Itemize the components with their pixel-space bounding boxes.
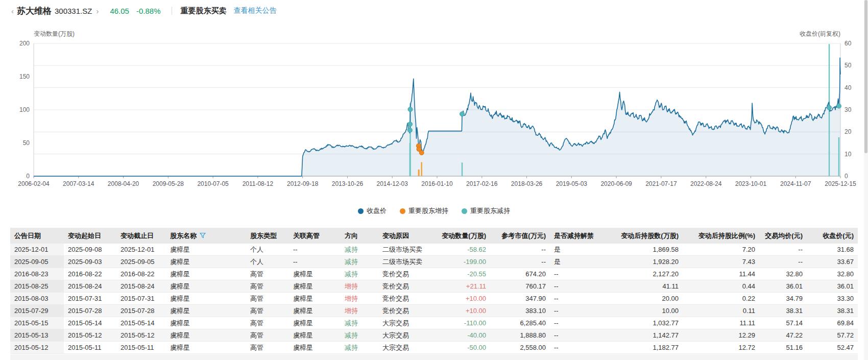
table-cell: 大宗交易	[378, 329, 435, 342]
table-row[interactable]: 2025-12-012025-09-082025-12-01虞樟星个人--减持二…	[10, 244, 858, 256]
table-cell: --	[550, 317, 611, 329]
table-cell: 33.30	[807, 293, 858, 305]
right-axis-tick: 30	[845, 106, 852, 113]
table-cell: 51.16	[759, 342, 807, 354]
table-cell: 大宗交易	[378, 317, 435, 329]
table-cell: -40.00	[435, 329, 490, 342]
x-axis-tick: 2025-12-15	[825, 180, 856, 187]
col-header-label: 收盘价(元)	[823, 232, 854, 239]
x-axis-tick: 2010-07-05	[197, 180, 229, 187]
table-row[interactable]: 2016-08-232016-08-222016-08-22虞樟星高管虞樟星减持…	[10, 268, 858, 280]
table-cell: --	[490, 256, 550, 268]
table-cell: 2025-12-01	[10, 244, 64, 256]
left-axis-tick: 150	[19, 73, 30, 80]
forward-chevron-icon[interactable]: ›	[94, 7, 101, 15]
table-cell: 虞樟星	[166, 293, 246, 305]
table-cell: 减持	[341, 244, 378, 256]
legend-item-increase[interactable]: 重要股东增持	[400, 206, 448, 215]
col-header-2: 变动截止日	[116, 228, 166, 244]
table-cell: 虞樟星	[166, 329, 246, 342]
right-axis-tick: 60	[845, 40, 852, 47]
back-chevron-icon[interactable]: ‹	[9, 7, 16, 15]
table-cell: --	[550, 293, 611, 305]
table-cell: 2015-07-29	[10, 305, 64, 317]
table-cell: -199.00	[435, 256, 490, 268]
table-cell: +10.00	[435, 293, 490, 305]
decrease-event-marker[interactable]	[408, 107, 413, 112]
table-cell: 减持	[341, 329, 378, 342]
view-announcements-link[interactable]: 查看相关公告	[233, 6, 276, 15]
x-axis-tick: 2008-04-20	[108, 180, 139, 187]
left-axis-tick: 0	[26, 173, 30, 180]
chart-legend: 收盘价重要股东增持重要股东减持	[0, 206, 868, 215]
legend-dot-close-price	[358, 208, 364, 214]
decrease-event-marker[interactable]	[827, 105, 832, 110]
table-row[interactable]: 2025-09-052025-09-032025-09-05虞樟星个人--减持二…	[10, 256, 858, 268]
table-cell: 大宗交易	[378, 342, 435, 354]
table-row[interactable]: 2015-08-252015-08-242015-08-24虞樟星高管虞樟星增持…	[10, 280, 858, 293]
table-cell: 52.47	[807, 342, 858, 354]
table-cell: 57.72	[807, 329, 858, 342]
table-header-row: 公告日期变动起始日变动截止日股东名称股东类型关联高管方向变动原因变动数量(万股)…	[10, 228, 858, 244]
decrease-event-marker[interactable]	[460, 112, 465, 116]
table-cell: --	[490, 244, 550, 256]
decrease-volume-bar[interactable]	[838, 137, 839, 176]
table-row[interactable]: 2015-08-032015-07-312015-07-31虞樟星高管虞樟星增持…	[10, 293, 858, 305]
table-cell: 个人	[246, 244, 289, 256]
table-cell: 1,928.20	[611, 256, 683, 268]
col-header-label: 股东类型	[250, 232, 277, 239]
legend-item-close-price[interactable]: 收盘价	[358, 206, 387, 215]
col-header-0: 公告日期	[10, 228, 64, 244]
table-row[interactable]: 2015-05-132015-05-122015-05-12虞樟星高管虞樟星减持…	[10, 329, 858, 342]
table-cell: 减持	[341, 268, 378, 280]
increase-event-marker[interactable]	[419, 151, 424, 155]
table-cell: 32.80	[759, 268, 807, 280]
table-cell: 竞价交易	[378, 268, 435, 280]
table-row[interactable]: 2015-05-122015-05-112015-05-11虞樟星高管虞樟星减持…	[10, 342, 858, 354]
table-cell: -50.00	[435, 342, 490, 354]
decrease-event-marker[interactable]	[836, 104, 841, 108]
filter-icon[interactable]	[200, 232, 206, 238]
x-axis-tick: 2016-01-10	[421, 180, 453, 187]
table-cell: 2015-08-24	[116, 280, 166, 293]
table-row[interactable]: 2015-07-292015-07-282015-07-28虞樟星高管虞樟星增持…	[10, 305, 858, 317]
x-axis-tick: 2018-03-26	[511, 180, 543, 187]
increase-volume-bar[interactable]	[421, 162, 422, 176]
table-cell: 2015-05-12	[64, 329, 116, 342]
table-cell: 虞樟星	[166, 317, 246, 329]
table-cell: 1,032.77	[611, 317, 683, 329]
right-axis-tick: 50	[845, 62, 852, 69]
table-cell: 7.20	[683, 244, 759, 256]
table-cell: 38.31	[807, 305, 858, 317]
table-cell: 36.01	[759, 280, 807, 293]
table-cell: 2015-08-24	[64, 280, 116, 293]
scrollbar-thumb[interactable]	[864, 0, 867, 153]
col-header-label: 变动原因	[382, 232, 409, 239]
shareholder-table: 公告日期变动起始日变动截止日股东名称股东类型关联高管方向变动原因变动数量(万股)…	[10, 228, 858, 354]
partial-row	[10, 354, 858, 360]
table-cell: 是	[550, 244, 611, 256]
decrease-volume-bar[interactable]	[462, 162, 463, 176]
table-cell: 1,869.58	[611, 244, 683, 256]
col-header-label: 变动起始日	[68, 232, 101, 239]
legend-item-decrease[interactable]: 重要股东减持	[462, 206, 510, 215]
table-row[interactable]: 2015-05-152015-05-142015-05-14虞樟星高管虞樟星减持…	[10, 317, 858, 329]
decrease-event-marker[interactable]	[408, 122, 413, 127]
page-scrollbar[interactable]	[864, 0, 868, 360]
table-cell: 虞樟星	[289, 342, 341, 354]
increase-volume-bar[interactable]	[418, 170, 419, 176]
x-axis-tick: 2012-09-18	[287, 180, 319, 187]
table-cell: --	[550, 342, 611, 354]
price-area	[34, 58, 840, 176]
table-cell: 2016-08-22	[64, 268, 116, 280]
table-cell: 2,558.00	[490, 342, 550, 354]
table-cell: 12.29	[683, 329, 759, 342]
decrease-event-marker[interactable]	[407, 128, 412, 132]
table-cell: 41.11	[611, 280, 683, 293]
table-cell: --	[289, 244, 341, 256]
col-header-label: 方向	[345, 232, 358, 239]
col-header-3: 股东名称	[166, 228, 246, 244]
table-cell: --	[759, 256, 807, 268]
table-cell: 高管	[246, 329, 289, 342]
legend-dot-decrease	[462, 208, 467, 214]
